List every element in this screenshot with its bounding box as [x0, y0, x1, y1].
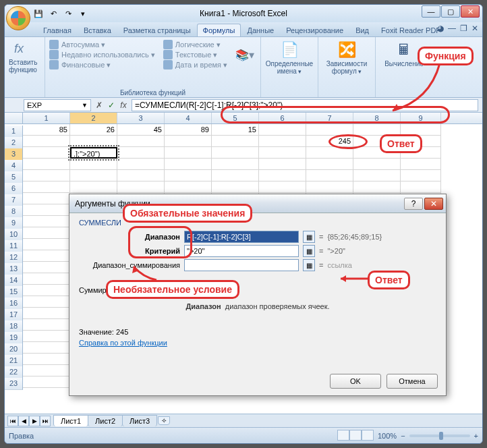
cell-r1c5[interactable]: 15 [212, 124, 259, 136]
sheet-tab-лист2[interactable]: Лист2 [88, 415, 123, 426]
cell-r18c1[interactable] [23, 319, 70, 331]
cell-r5c4[interactable] [165, 170, 212, 181]
cell-r6c2[interactable] [70, 181, 117, 193]
redo-icon[interactable]: ↷ [61, 7, 75, 20]
cell-r2c5[interactable] [212, 136, 259, 147]
cancel-button[interactable]: Отмена [386, 374, 438, 389]
cell-r20c1[interactable] [23, 342, 70, 354]
defined-names-button[interactable]: 📄 Определенные имена ▾ [265, 38, 314, 75]
sheet-tab-лист1[interactable]: Лист1 [53, 415, 88, 426]
cell-r3c6[interactable] [259, 147, 306, 159]
cancel-formula-icon[interactable]: ✗ [94, 101, 105, 110]
formula-dependencies-button[interactable]: 🔀 Зависимости формул ▾ [322, 38, 371, 75]
more-functions-button[interactable]: 📚▾ [235, 38, 254, 69]
zoom-slider[interactable] [409, 435, 470, 437]
cell-r5c7[interactable] [306, 170, 353, 181]
cell-r5c2[interactable] [70, 170, 117, 181]
cell-r4c1[interactable] [23, 159, 70, 170]
library-недавно-использовались[interactable]: Недавно использовались ▾ [49, 50, 155, 59]
cell-r4c4[interactable] [165, 159, 212, 170]
cell-r1c6[interactable] [259, 124, 306, 136]
cell-r2c1[interactable] [23, 136, 70, 147]
sheet-prev-icon[interactable]: ◀ [18, 416, 29, 426]
library-автосумма[interactable]: Автосумма ▾ [49, 40, 155, 49]
cell-r6c3[interactable] [117, 181, 165, 193]
arg-input-2[interactable] [184, 259, 299, 271]
cell-r17c1[interactable] [23, 308, 70, 319]
cell-r2c4[interactable] [165, 136, 212, 147]
cell-r3c1[interactable] [23, 147, 70, 159]
qa-more-icon[interactable]: ▾ [76, 7, 90, 20]
chevron-down-icon[interactable]: ▼ [82, 102, 88, 109]
save-icon[interactable]: 💾 [32, 7, 45, 20]
help-link[interactable]: Справка по этой функции [79, 339, 167, 347]
cell-r9c1[interactable] [23, 216, 70, 227]
cell-r6c4[interactable] [165, 181, 212, 193]
row-header-23[interactable]: 23 [5, 378, 23, 390]
col-header-2[interactable]: 2 [70, 113, 117, 123]
cell-r6c8[interactable] [353, 181, 401, 193]
arg-input-1[interactable] [184, 245, 299, 257]
collapse-dialog-icon[interactable]: ▦ [303, 245, 315, 257]
cell-r5c8[interactable] [353, 170, 401, 181]
office-button[interactable] [6, 6, 30, 30]
ok-button[interactable]: OK [330, 374, 381, 389]
cell-r5c1[interactable] [23, 170, 70, 181]
cell-r5c6[interactable] [259, 170, 306, 181]
cell-r4c5[interactable] [212, 159, 259, 170]
tab-рецензирование[interactable]: Рецензирование [280, 24, 349, 36]
cell-r14c1[interactable] [23, 273, 70, 285]
cell-r5c3[interactable] [117, 170, 165, 181]
insert-function-button[interactable]: fx Вставить функцию [9, 38, 29, 74]
cell-r23c1[interactable] [23, 376, 70, 388]
cell-r19c1[interactable] [23, 331, 70, 342]
cell-r22c1[interactable] [23, 365, 70, 376]
cell-r5c9[interactable] [401, 170, 441, 181]
tab-формулы[interactable]: Формулы [197, 24, 241, 36]
cell-r2c3[interactable] [117, 136, 165, 147]
workbook-restore-icon[interactable]: ❐ [460, 24, 467, 33]
cell-r4c6[interactable] [259, 159, 306, 170]
cell-r1c3[interactable]: 45 [117, 124, 165, 136]
cell-r3c5[interactable] [212, 147, 259, 159]
help-icon[interactable]: ◕ [437, 24, 444, 33]
col-header-3[interactable]: 3 [117, 113, 165, 123]
tab-главная[interactable]: Главная [37, 24, 78, 36]
collapse-dialog-icon[interactable]: ▦ [303, 259, 315, 271]
cell-r2c2[interactable] [70, 136, 117, 147]
library-текстовые[interactable]: Текстовые ▾ [163, 50, 227, 59]
cell-r13c1[interactable] [23, 262, 70, 273]
zoom-level[interactable]: 100% [378, 432, 397, 440]
tab-разметка-страницы[interactable]: Разметка страницы [117, 24, 197, 36]
collapse-dialog-icon[interactable]: ▦ [303, 231, 315, 243]
tab-данные[interactable]: Данные [241, 24, 280, 36]
cell-r3c2[interactable]: .];">20") [70, 147, 117, 159]
cell-r8c1[interactable] [23, 204, 70, 216]
view-buttons[interactable] [337, 430, 374, 442]
cell-r6c9[interactable] [401, 181, 441, 193]
undo-icon[interactable]: ↶ [47, 7, 60, 20]
cell-r1c4[interactable]: 89 [165, 124, 212, 136]
tab-вид[interactable]: Вид [349, 24, 375, 36]
col-header-1[interactable]: 1 [23, 113, 70, 123]
cell-r1c1[interactable]: 85 [23, 124, 70, 136]
sheet-last-icon[interactable]: ⏭ [40, 416, 51, 426]
enter-formula-icon[interactable]: ✓ [106, 101, 117, 110]
dialog-help-icon[interactable]: ? [404, 198, 423, 210]
sheet-tab-лист3[interactable]: Лист3 [122, 415, 157, 426]
cell-r2c6[interactable] [259, 136, 306, 147]
ribbon-minimize-icon[interactable]: — [448, 24, 456, 33]
cell-r15c1[interactable] [23, 285, 70, 296]
cell-r4c7[interactable] [306, 159, 353, 170]
cell-r3c4[interactable] [165, 147, 212, 159]
sheet-next-icon[interactable]: ▶ [29, 416, 40, 426]
fx-icon-small[interactable]: fx [118, 101, 129, 110]
zoom-in-icon[interactable]: + [474, 432, 478, 440]
arg-input-0[interactable] [184, 231, 299, 243]
cell-r16c1[interactable] [23, 296, 70, 308]
cell-r4c2[interactable] [70, 159, 117, 170]
new-sheet-icon[interactable]: ✧ [158, 416, 170, 425]
cell-r21c1[interactable] [23, 354, 70, 365]
cell-r5c5[interactable] [212, 170, 259, 181]
cell-r11c1[interactable] [23, 239, 70, 250]
